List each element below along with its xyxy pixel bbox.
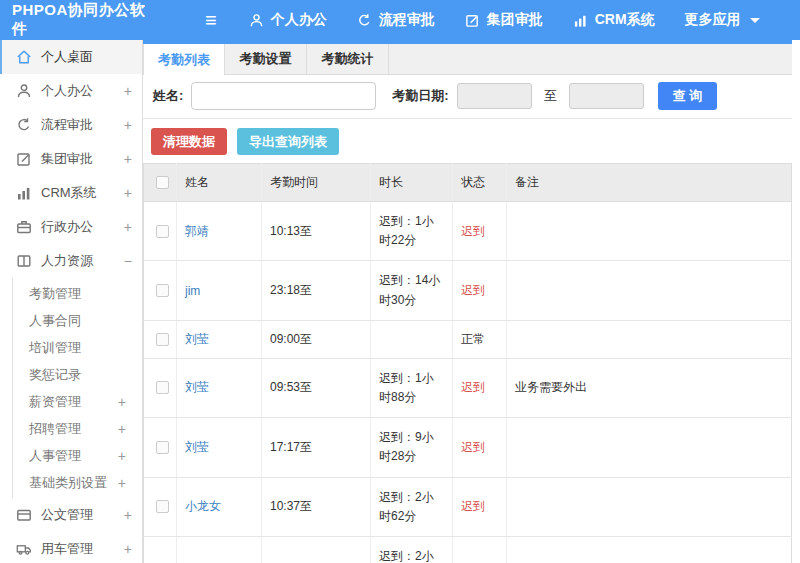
top-navbar: PHPOA协同办公软件 ≡ 个人办公 流程审批 集团审批 CRM系统 更多应用: [0, 0, 800, 40]
expand-plus-icon[interactable]: +: [118, 421, 126, 437]
note: [507, 202, 792, 261]
sidebar-subitem-attendance-mgmt[interactable]: 考勤管理: [13, 280, 142, 307]
expand-plus-icon[interactable]: +: [124, 507, 132, 523]
attendance-time: 10:54至10:54: [262, 536, 371, 563]
sidebar-subitem-training-mgmt[interactable]: 培训管理: [13, 334, 142, 361]
bar-chart-icon: [16, 185, 32, 201]
sidebar-item-group-approval[interactable]: 集团审批 +: [0, 142, 142, 176]
table-row: 小龙女 10:37至 迟到：2小时62分 迟到: [144, 477, 792, 536]
book-icon: [16, 253, 32, 269]
employee-name-link[interactable]: 刘莹: [185, 440, 209, 454]
table-row: 刘莹 17:17至 迟到：9小时28分 迟到: [144, 418, 792, 477]
duration: 迟到：1小时22分: [371, 202, 453, 261]
row-checkbox[interactable]: [156, 333, 169, 346]
sidebar-item-workflow-approval[interactable]: 流程审批 +: [0, 108, 142, 142]
tab-attendance-stats[interactable]: 考勤统计: [307, 44, 389, 74]
note: [507, 418, 792, 477]
attendance-time: 23:18至: [262, 261, 371, 320]
expand-plus-icon[interactable]: +: [118, 394, 126, 410]
sidebar-subitem-reward-punishment[interactable]: 奖惩记录: [13, 361, 142, 388]
sidebar-subitem-hr-contract[interactable]: 人事合同: [13, 307, 142, 334]
tab-bar: 考勤列表 考勤设置 考勤统计: [143, 44, 792, 75]
tab-attendance-list[interactable]: 考勤列表: [143, 44, 225, 75]
employee-name-link[interactable]: 郭靖: [185, 224, 209, 238]
sidebar-item-admin-office[interactable]: 行政办公 +: [0, 210, 142, 244]
sidebar-item-crm-system[interactable]: CRM系统 +: [0, 176, 142, 210]
select-all-checkbox[interactable]: [156, 176, 169, 189]
expand-plus-icon[interactable]: +: [124, 219, 132, 235]
edit-icon: [16, 151, 32, 167]
employee-name-link[interactable]: 刘莹: [185, 332, 209, 346]
edit-icon: [465, 13, 480, 28]
employee-name-link[interactable]: 小龙女: [185, 499, 221, 513]
sidebar-item-personal-office[interactable]: 个人办公 +: [0, 74, 142, 108]
note: [507, 477, 792, 536]
date-from-input[interactable]: [457, 83, 532, 109]
table-row: 刘莹 09:00至 正常: [144, 320, 792, 358]
expand-plus-icon[interactable]: +: [124, 541, 132, 557]
duration: 迟到：2小时90分 早退：7小时10分: [371, 536, 453, 563]
app-title: PHPOA协同办公软件: [0, 1, 150, 39]
name-input[interactable]: [191, 82, 376, 110]
row-checkbox[interactable]: [156, 381, 169, 394]
row-checkbox[interactable]: [156, 284, 169, 297]
workflow-icon: [16, 117, 32, 133]
employee-name-link[interactable]: jim: [185, 284, 200, 298]
user-icon: [16, 83, 32, 99]
attendance-time: 17:17至: [262, 418, 371, 477]
employee-name-link[interactable]: 刘莹: [185, 380, 209, 394]
row-checkbox[interactable]: [156, 225, 169, 238]
nav-personal-office[interactable]: 个人办公: [249, 11, 327, 29]
expand-plus-icon[interactable]: +: [124, 185, 132, 201]
filter-form: 姓名: 考勤日期: 至 查 询: [143, 75, 792, 119]
expand-plus-icon[interactable]: +: [124, 151, 132, 167]
status-badge: 迟到: [453, 202, 507, 261]
expand-plus-icon[interactable]: +: [118, 448, 126, 464]
row-checkbox[interactable]: [156, 441, 169, 454]
col-header-name: 姓名: [177, 164, 262, 202]
sidebar-subitem-salary-mgmt[interactable]: 薪资管理 +: [13, 388, 142, 415]
sidebar-item-personal-desktop[interactable]: 个人桌面: [0, 40, 142, 74]
sidebar-item-label: 流程审批: [41, 116, 124, 134]
tab-attendance-settings[interactable]: 考勤设置: [225, 44, 307, 74]
sidebar-item-human-resources[interactable]: 人力资源 −: [0, 244, 142, 278]
nav-group-approval[interactable]: 集团审批: [465, 11, 543, 29]
sidebar-subitem-recruit-mgmt[interactable]: 招聘管理 +: [13, 415, 142, 442]
nav-label: 集团审批: [487, 11, 543, 29]
attendance-time: 09:00至: [262, 320, 371, 358]
clean-data-button[interactable]: 清理数据: [151, 128, 227, 155]
attendance-time: 09:53至: [262, 358, 371, 417]
status-badge: 迟到: [453, 261, 507, 320]
expand-plus-icon[interactable]: +: [118, 475, 126, 491]
collapse-minus-icon[interactable]: −: [124, 253, 132, 269]
table-row: 刘莹 09:53至 迟到：1小时88分 迟到 业务需要外出: [144, 358, 792, 417]
attendance-time: 10:13至: [262, 202, 371, 261]
sidebar-item-vehicle-mgmt[interactable]: 用车管理 +: [0, 532, 142, 563]
duration: [371, 320, 453, 358]
expand-plus-icon[interactable]: +: [124, 117, 132, 133]
nav-label: 流程审批: [379, 11, 435, 29]
sidebar-subitem-personnel-mgmt[interactable]: 人事管理 +: [13, 442, 142, 469]
attendance-table: 姓名 考勤时间 时长 状态 备注 郭靖 10:13至 迟到：1小时22分 迟到: [143, 163, 792, 563]
attendance-time: 10:37至: [262, 477, 371, 536]
row-checkbox[interactable]: [156, 500, 169, 513]
sidebar-subitem-base-category-settings[interactable]: 基础类别设置 +: [13, 469, 142, 496]
sidebar-item-label: 集团审批: [41, 150, 124, 168]
search-button[interactable]: 查 询: [658, 82, 718, 110]
expand-plus-icon[interactable]: +: [124, 83, 132, 99]
export-list-button[interactable]: 导出查询列表: [237, 128, 339, 155]
date-to-input[interactable]: [569, 83, 644, 109]
table-row: 管理员 10:54至10:54 迟到：2小时90分 早退：7小时10分 迟到/早…: [144, 536, 792, 563]
nav-label: 更多应用: [685, 11, 741, 29]
nav-crm-system[interactable]: CRM系统: [573, 11, 655, 29]
nav-more-apps[interactable]: 更多应用: [685, 11, 760, 29]
nav-workflow-approval[interactable]: 流程审批: [357, 11, 435, 29]
status-badge: 迟到: [453, 358, 507, 417]
duration: 迟到：9小时28分: [371, 418, 453, 477]
date-label: 考勤日期:: [392, 87, 448, 105]
sidebar-item-document-mgmt[interactable]: 公文管理 +: [0, 498, 142, 532]
menu-toggle-icon[interactable]: ≡: [205, 10, 217, 30]
caret-down-icon: [750, 18, 760, 23]
name-label: 姓名:: [153, 87, 183, 105]
col-header-note: 备注: [507, 164, 792, 202]
